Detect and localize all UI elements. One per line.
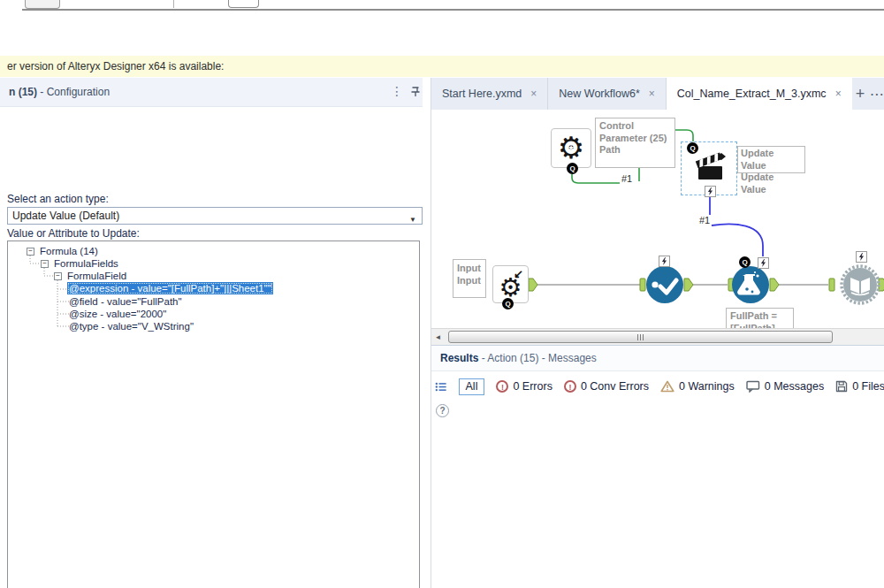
formula-annotation-label[interactable]: FullPath = [FullPath] — [726, 308, 794, 328]
action-type-value: Update Value (Default) — [12, 210, 119, 222]
tab-start-here[interactable]: Start Here.yxmd × — [431, 78, 548, 110]
filter-all-button[interactable]: All — [459, 378, 485, 395]
tab-close-icon[interactable]: × — [649, 88, 655, 100]
document-area: Start Here.yxmd × New Workflow6* × Col_N… — [431, 78, 884, 588]
lightning-book-badge — [856, 251, 867, 263]
tab-col-name-extract-active[interactable]: Col_Name_Extract_M_3.yxmc × — [667, 78, 852, 110]
attribute-label: Value or Attribute to Update: — [7, 227, 140, 240]
arrow-in-icon: ↙ — [514, 267, 523, 280]
scrollbar-thumb[interactable] — [448, 331, 833, 343]
blue-connection-number: #1 — [699, 215, 710, 225]
lightning-select-badge — [659, 256, 670, 267]
action-type-label: Select an action type: — [7, 193, 109, 205]
question-anchor-badge: Q — [567, 163, 578, 174]
tree-collapse-icon[interactable]: − — [41, 260, 49, 268]
pin-icon[interactable] — [409, 86, 422, 99]
green-connection-number: #1 — [621, 173, 632, 184]
lightning-action-badge — [705, 186, 716, 197]
question-anchor-badge: Q — [739, 256, 751, 268]
tab-overflow-button[interactable]: ⋯ — [868, 78, 884, 110]
macro-input-tool[interactable]: ⚙ ↙ — [492, 265, 529, 303]
alteryx-designer-window: er version of Alteryx Designer x64 is av… — [0, 0, 884, 588]
error-icon: ! — [496, 380, 508, 393]
workflow-tab-bar: Start Here.yxmd × New Workflow6* × Col_N… — [431, 78, 884, 110]
config-panel-title: n (15) - Configuration — [9, 86, 110, 98]
filter-conv-errors[interactable]: ! 0 Conv Errors — [564, 380, 649, 393]
select-tool-icon — [646, 266, 683, 303]
toolbar-button-2[interactable] — [228, 0, 259, 8]
question-anchor-badge: Q — [687, 142, 698, 154]
formula-tool-icon — [732, 266, 769, 303]
help-icon[interactable]: ? — [436, 404, 449, 417]
filter-errors[interactable]: ! 0 Errors — [496, 380, 552, 393]
toolbar-button[interactable] — [25, 0, 60, 9]
tab-new-workflow6[interactable]: New Workflow6* × — [548, 78, 666, 110]
update-notification-text: er version of Alteryx Designer x64 is av… — [7, 60, 224, 73]
tab-close-icon[interactable]: × — [530, 88, 537, 100]
top-toolbar-strip — [0, 0, 884, 56]
action-type-dropdown[interactable]: Update Value (Default) ▼ — [7, 207, 423, 225]
tree-collapse-icon[interactable]: − — [54, 272, 62, 280]
conv-error-icon: ! — [564, 380, 576, 393]
filter-files[interactable]: 0 Files — [835, 380, 884, 393]
results-panel: Results - Action (15) - Messages All ! 0… — [431, 345, 884, 588]
clapperboard-icon — [693, 149, 728, 185]
new-tab-button[interactable]: + — [852, 78, 869, 110]
filter-messages[interactable]: 0 Messages — [746, 380, 824, 393]
canvas-horizontal-scrollbar[interactable]: ◄ — [431, 328, 884, 345]
update-value-label[interactable]: Update Value Update Value — [737, 146, 805, 173]
tree-node-formulafield[interactable]: FormulaField — [67, 271, 126, 281]
toolbar-bottom-edge — [22, 9, 884, 11]
tree-node-expression-selected[interactable]: @expression - value="[FullPath]+"|||Shee… — [67, 282, 273, 294]
question-anchor-badge: Q — [502, 298, 514, 309]
chevron-down-icon: ▼ — [409, 212, 416, 228]
results-filter-toolbar: All ! 0 Errors ! 0 Conv Errors 0 Warning… — [431, 374, 884, 399]
tab-close-icon[interactable]: × — [835, 88, 842, 100]
filter-warnings[interactable]: 0 Warnings — [660, 380, 735, 393]
tree-node-type[interactable]: @type - value="V_WString" — [69, 321, 194, 332]
config-panel-header: n (15) - Configuration ⋮ — [0, 78, 423, 107]
tree-node-field[interactable]: @field - value="FullPath" — [69, 296, 182, 307]
toolbar-divider — [173, 0, 174, 8]
tree-collapse-icon[interactable]: − — [27, 248, 34, 256]
xml-attribute-tree: − − − Formula (14) FormulaFields Formula… — [7, 241, 420, 588]
input-label[interactable]: Input Input — [453, 259, 486, 298]
star-icon: ★ — [568, 143, 575, 152]
tree-node-formulafields[interactable]: FormulaFields — [54, 258, 118, 269]
config-title-tool: n (15) — [9, 86, 37, 98]
config-title-suffix: - Configuration — [37, 86, 110, 98]
blue-connection-wire — [710, 197, 763, 256]
update-notification-bar: er version of Alteryx Designer x64 is av… — [0, 56, 884, 77]
kebab-menu-icon[interactable]: ⋮ — [391, 84, 403, 98]
warning-icon — [660, 380, 674, 393]
tree-node-formula[interactable]: Formula (14) — [40, 246, 98, 256]
tree-node-size[interactable]: @size - value="2000" — [69, 309, 166, 319]
scrollbar-left-arrow[interactable]: ◄ — [432, 331, 444, 344]
macro-book-tool-icon — [842, 266, 879, 303]
message-bubble-icon — [746, 380, 760, 393]
save-file-icon — [835, 380, 848, 393]
lightning-formula-badge — [758, 257, 769, 269]
configuration-panel: n (15) - Configuration ⋮ Select an actio… — [0, 78, 425, 588]
workflow-canvas[interactable]: ⚙ ★ Q Control Parameter (25) Path #1 — [431, 110, 884, 328]
message-list-icon[interactable] — [435, 381, 447, 393]
results-panel-title: Results - Action (15) - Messages — [431, 346, 884, 371]
control-parameter-label[interactable]: Control Parameter (25) Path — [595, 118, 675, 168]
